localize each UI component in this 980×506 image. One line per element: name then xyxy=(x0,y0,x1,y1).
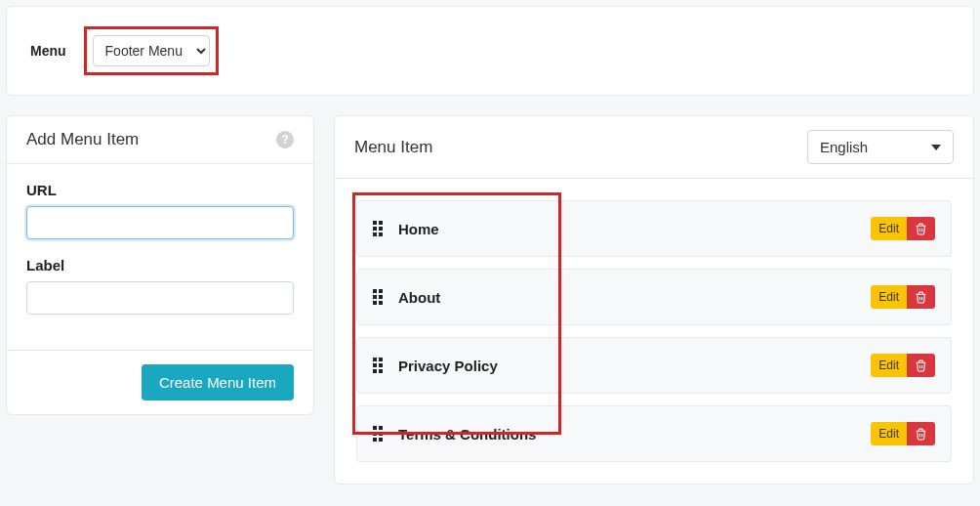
menu-item-name: About xyxy=(398,289,440,306)
label-input[interactable] xyxy=(26,281,294,315)
menu-item-name: Privacy Policy xyxy=(398,358,498,374)
trash-icon xyxy=(915,223,927,235)
menu-item-name: Terms & Conditions xyxy=(398,426,536,443)
menu-select[interactable]: Footer Menu xyxy=(93,35,210,66)
edit-button[interactable]: Edit xyxy=(871,354,907,377)
content-row: Add Menu Item ? URL Label Create Menu It… xyxy=(6,115,974,485)
add-panel-title: Add Menu Item xyxy=(26,130,139,149)
edit-button[interactable]: Edit xyxy=(871,422,907,445)
delete-button[interactable] xyxy=(907,354,935,377)
menu-item-row[interactable]: About Edit xyxy=(356,269,952,325)
language-selected-value: English xyxy=(820,139,868,155)
drag-handle-icon[interactable] xyxy=(373,426,385,442)
trash-icon xyxy=(915,359,927,372)
add-panel-header: Add Menu Item ? xyxy=(7,116,313,164)
url-input[interactable] xyxy=(26,206,294,239)
url-label: URL xyxy=(26,182,294,198)
menu-select-highlight: Footer Menu xyxy=(84,26,219,75)
menu-select-bar: Menu Footer Menu xyxy=(6,6,974,96)
drag-handle-icon[interactable] xyxy=(373,358,385,373)
menu-item-row[interactable]: Terms & Conditions Edit xyxy=(356,405,952,462)
language-select[interactable]: English xyxy=(807,130,954,164)
list-panel-title: Menu Item xyxy=(354,138,432,157)
delete-button[interactable] xyxy=(907,217,935,240)
menu-item-row[interactable]: Home Edit xyxy=(356,200,952,257)
list-panel-header: Menu Item English xyxy=(335,116,973,179)
delete-button[interactable] xyxy=(907,285,935,309)
trash-icon xyxy=(915,291,927,304)
drag-handle-icon[interactable] xyxy=(373,221,385,236)
create-menu-item-button[interactable]: Create Menu Item xyxy=(142,364,294,401)
label-label: Label xyxy=(26,257,294,274)
menu-label: Menu xyxy=(30,43,66,59)
edit-button[interactable]: Edit xyxy=(871,285,907,309)
chevron-down-icon xyxy=(931,145,941,150)
edit-button[interactable]: Edit xyxy=(871,217,907,240)
help-icon[interactable]: ? xyxy=(276,131,294,148)
delete-button[interactable] xyxy=(907,422,935,445)
menu-item-name: Home xyxy=(398,221,439,237)
menu-item-row[interactable]: Privacy Policy Edit xyxy=(356,337,952,394)
menu-item-list-panel: Menu Item English Home Edit xyxy=(334,115,974,485)
trash-icon xyxy=(915,428,927,441)
drag-handle-icon[interactable] xyxy=(373,289,385,305)
add-menu-item-panel: Add Menu Item ? URL Label Create Menu It… xyxy=(6,115,314,415)
